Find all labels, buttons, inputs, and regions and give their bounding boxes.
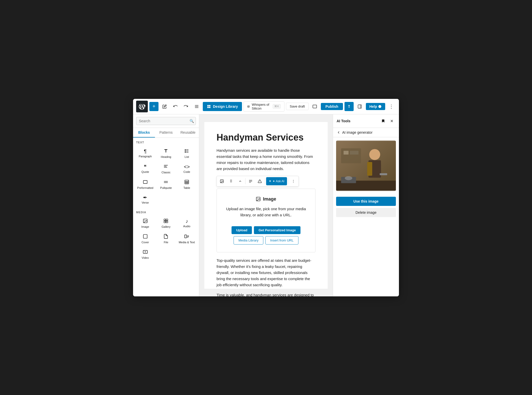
more-options-button[interactable]: ⋮ [387, 102, 396, 111]
block-item-paragraph[interactable]: ¶ Paragraph [135, 146, 155, 161]
paragraph-3: Time is valuable, and handyman services … [217, 292, 315, 296]
topbar-center: Whispers of Silicon ⌘K [243, 101, 284, 112]
preformatted-icon [143, 179, 148, 185]
search-input[interactable] [136, 117, 196, 125]
panel-close-button[interactable] [388, 117, 395, 125]
list-icon [184, 148, 189, 154]
svg-rect-66 [350, 151, 358, 155]
redo-button[interactable] [181, 102, 191, 111]
gallery-icon [163, 218, 168, 224]
text-blocks-grid: ¶ Paragraph Heading List ❝ [133, 145, 199, 208]
image-block-icon [143, 218, 148, 224]
get-personalized-image-button[interactable]: Get Personalized Image [254, 226, 300, 234]
block-item-file[interactable]: File [156, 231, 176, 246]
section-text-label: TEXT [133, 138, 199, 145]
menu-button[interactable] [192, 102, 201, 111]
panel-title: AI Tools [337, 119, 350, 123]
use-this-image-button[interactable]: Use this image [336, 197, 396, 206]
edit-tool-button[interactable] [160, 102, 169, 111]
sidebar-toggle-button[interactable] [355, 102, 364, 111]
svg-rect-5 [207, 107, 209, 108]
post-body: Handyman services are available to handl… [217, 147, 315, 296]
help-button[interactable]: Help [366, 103, 385, 110]
block-item-classic[interactable]: Classic [156, 161, 176, 176]
svg-rect-37 [166, 219, 168, 221]
block-item-media-text[interactable]: Media & Text [177, 231, 197, 246]
upload-button[interactable]: Upload [232, 226, 252, 234]
paragraph-icon: ¶ [144, 149, 147, 154]
verse-icon: ✒ [143, 195, 147, 200]
svg-rect-39 [166, 221, 168, 223]
block-item-gallery[interactable]: Gallery [156, 216, 176, 231]
tab-blocks[interactable]: Blocks [133, 128, 155, 138]
toolbar-more-btn[interactable]: ⋮ [289, 177, 297, 185]
block-item-image[interactable]: Image [135, 216, 155, 231]
add-block-button[interactable]: + [149, 102, 159, 111]
panel-action-buttons: Use this image Delete image [333, 194, 399, 220]
block-item-pullquote[interactable]: Pullquote [156, 177, 176, 192]
block-item-table[interactable]: Table [177, 177, 197, 192]
classic-icon [163, 164, 168, 170]
svg-rect-25 [143, 180, 147, 184]
cover-icon [143, 234, 148, 240]
block-item-heading[interactable]: Heading [156, 146, 176, 161]
svg-rect-23 [164, 166, 167, 166]
post-title-pill: Whispers of Silicon ⌘K [243, 101, 284, 112]
heading-icon [163, 148, 168, 154]
media-blocks-grid: Image Gallery ♪ Audio Cover [133, 215, 199, 263]
panel-back-button[interactable]: AI image generator [333, 128, 399, 137]
svg-rect-38 [164, 221, 166, 223]
block-item-cover[interactable]: Cover [135, 231, 155, 246]
svg-rect-24 [164, 167, 167, 168]
table-icon [184, 179, 189, 185]
block-item-preformatted[interactable]: Preformatted [135, 177, 155, 192]
topbar-right: Save draft Publish Help ⋮ [286, 102, 396, 111]
toolbar-divider-2 [265, 178, 265, 184]
block-item-quote[interactable]: ❝ Quote [135, 161, 155, 176]
svg-point-20 [185, 150, 186, 151]
image-block-description: Upload an image file, pick one from your… [224, 206, 308, 218]
block-item-list[interactable]: List [177, 146, 197, 161]
panel-bookmark-button[interactable] [380, 117, 387, 125]
svg-point-55 [257, 198, 258, 199]
toolbar-move-btn[interactable] [236, 177, 244, 185]
editor-area: Handyman Services Handyman services are … [199, 114, 333, 296]
media-library-button[interactable]: Media Library [234, 236, 263, 245]
svg-rect-40 [143, 234, 147, 238]
block-item-code[interactable]: <> Code [177, 161, 197, 176]
svg-point-48 [221, 180, 222, 181]
tab-reusable[interactable]: Reusable [177, 128, 199, 138]
toolbar-drag-btn[interactable]: ⠿ [227, 177, 235, 185]
right-panel: AI Tools AI image generator [333, 114, 399, 296]
editor-content: Handyman Services Handyman services are … [204, 122, 328, 289]
block-item-audio[interactable]: ♪ Audio [177, 216, 197, 231]
insert-from-url-button[interactable]: Insert from URL [265, 236, 298, 245]
toolbar-image-btn[interactable] [218, 177, 226, 185]
delete-image-button[interactable]: Delete image [336, 208, 396, 217]
post-heading: Handyman Services [217, 132, 315, 143]
tab-patterns[interactable]: Patterns [155, 128, 177, 138]
view-button[interactable] [310, 102, 319, 111]
svg-rect-26 [164, 182, 168, 182]
svg-rect-36 [164, 219, 166, 221]
svg-rect-28 [164, 183, 168, 183]
image-block-buttons: Upload Get Personalized Image Media Libr… [224, 226, 308, 245]
svg-rect-7 [248, 105, 249, 107]
audio-icon: ♪ [185, 219, 188, 224]
undo-button[interactable] [171, 102, 180, 111]
ai-tools-button[interactable] [344, 102, 354, 111]
ask-ai-button[interactable]: ✦ ✦ Ask AI [266, 177, 287, 185]
svg-point-59 [369, 149, 380, 160]
publish-button[interactable]: Publish [321, 103, 343, 110]
toolbar-warning-btn[interactable] [256, 177, 264, 185]
design-library-button[interactable]: Design Library [203, 102, 242, 111]
file-icon [163, 234, 168, 240]
paragraph-2: Top-quality services are offered at rate… [217, 257, 315, 288]
toolbar-align-btn[interactable] [247, 177, 255, 185]
block-item-video[interactable]: Video [135, 247, 155, 262]
svg-point-15 [380, 107, 380, 107]
block-item-verse[interactable]: ✒ Verse [135, 192, 155, 207]
svg-rect-22 [164, 165, 168, 165]
save-draft-button[interactable]: Save draft [286, 103, 309, 110]
wp-logo [136, 101, 148, 112]
